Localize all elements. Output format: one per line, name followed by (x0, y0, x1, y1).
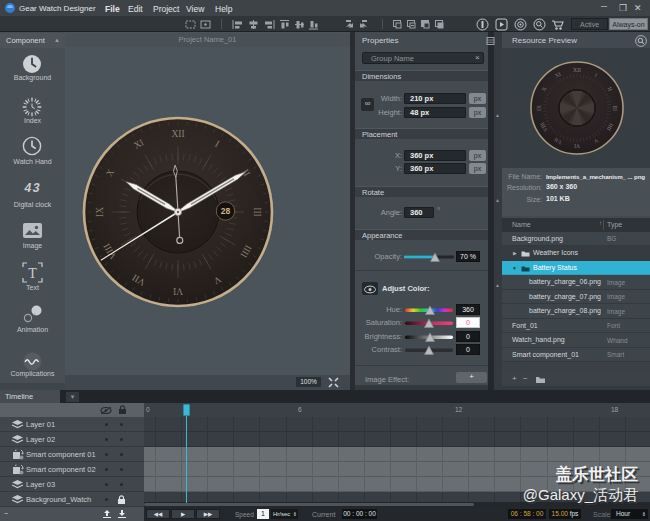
svg-text:XII: XII (171, 129, 184, 139)
svg-text:III: III (252, 207, 262, 217)
svg-text:T: T (28, 266, 37, 281)
svg-text:IX: IX (535, 105, 541, 111)
svg-text:XII: XII (573, 66, 581, 72)
svg-text:VI: VI (573, 143, 579, 149)
svg-text:28: 28 (221, 206, 231, 216)
svg-text:IX: IX (95, 207, 105, 217)
svg-text:III: III (612, 105, 618, 111)
svg-text:VI: VI (173, 286, 183, 296)
